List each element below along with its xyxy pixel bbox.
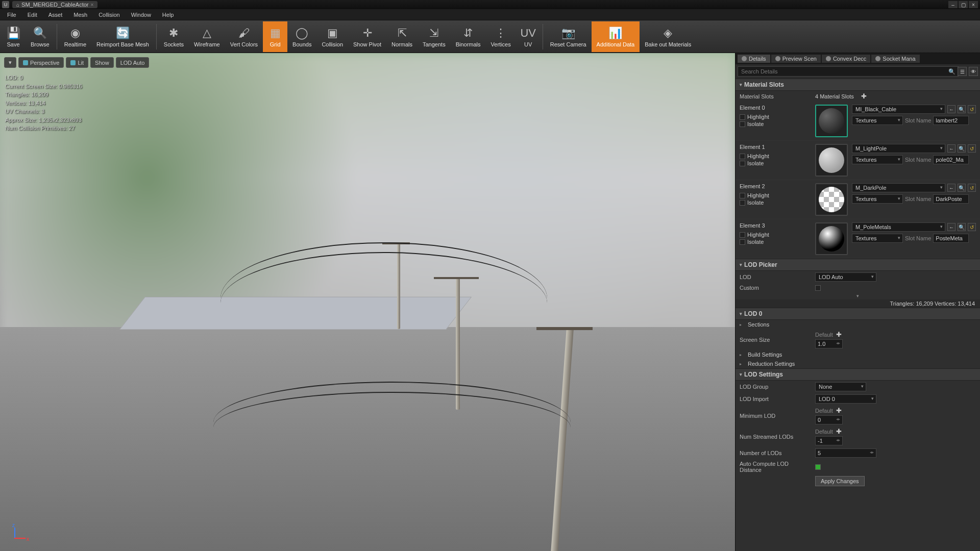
reduction-settings-row[interactable]: ▸Reduction Settings: [736, 359, 980, 368]
num-streamed-input[interactable]: -1: [815, 436, 843, 445]
maximize-button[interactable]: ▢: [959, 1, 968, 8]
material-name-dropdown[interactable]: M_LightPole: [852, 144, 945, 153]
slot-name-input[interactable]: [933, 234, 969, 243]
section-lod-settings[interactable]: LOD Settings: [736, 368, 980, 381]
material-thumbnail[interactable]: [815, 105, 848, 137]
textures-dropdown[interactable]: Textures: [852, 234, 903, 243]
close-window-button[interactable]: ×: [969, 1, 978, 8]
textures-dropdown[interactable]: Textures: [852, 194, 903, 204]
reset-icon[interactable]: ↺: [968, 223, 976, 231]
section-lod0[interactable]: LOD 0: [736, 308, 980, 320]
slot-name-input[interactable]: [933, 116, 969, 125]
tool-wireframe[interactable]: △Wireframe: [189, 21, 225, 52]
tool-vertices[interactable]: ⋮Vertices: [486, 21, 516, 52]
textures-dropdown[interactable]: Textures: [852, 116, 903, 125]
isolate-checkbox[interactable]: [740, 121, 745, 127]
viewport-menu-button[interactable]: ▾: [4, 57, 16, 68]
find-icon[interactable]: 🔍: [958, 105, 966, 113]
menu-help[interactable]: Help: [157, 11, 179, 19]
highlight-checkbox[interactable]: [740, 154, 745, 159]
expand-icon[interactable]: ▾: [736, 292, 980, 299]
tool-grid[interactable]: ▦Grid: [263, 21, 287, 52]
add-material-icon[interactable]: ✚: [861, 92, 867, 100]
search-input[interactable]: [738, 66, 959, 77]
eye-button[interactable]: 👁: [969, 67, 978, 76]
tab-socket-mana[interactable]: Socket Mana: [871, 55, 919, 63]
section-lod-picker[interactable]: LOD Picker: [736, 259, 980, 271]
tool-realtime[interactable]: ◉Realtime: [59, 21, 91, 52]
add-icon[interactable]: ✚: [836, 331, 842, 338]
sections-row[interactable]: ▸Sections: [736, 320, 980, 329]
isolate-checkbox[interactable]: [740, 239, 745, 245]
lod-group-dropdown[interactable]: None: [815, 382, 866, 391]
reset-icon[interactable]: ↺: [968, 105, 976, 113]
material-thumbnail[interactable]: [815, 222, 848, 255]
lit-button[interactable]: Lit: [66, 57, 88, 68]
tool-collision[interactable]: ▣Collision: [316, 21, 348, 52]
section-material-slots[interactable]: Material Slots: [736, 79, 980, 91]
highlight-checkbox[interactable]: [740, 193, 745, 198]
tool-normals[interactable]: ⇱Normals: [386, 21, 418, 52]
minimize-button[interactable]: –: [948, 1, 958, 8]
tab-preview-scen[interactable]: Preview Scen: [771, 55, 821, 63]
tool-reset-camera[interactable]: 📷Reset Camera: [545, 21, 592, 52]
num-lods-input[interactable]: 5: [815, 448, 876, 458]
close-tab-icon[interactable]: ×: [90, 2, 93, 8]
min-lod-input[interactable]: 0: [815, 415, 843, 424]
add-icon[interactable]: ✚: [836, 428, 842, 435]
menu-mesh[interactable]: Mesh: [68, 11, 92, 19]
tool-tangents[interactable]: ⇲Tangents: [418, 21, 451, 52]
viewport[interactable]: ▾ Perspective Lit Show LOD Auto LOD: 0Cu…: [0, 53, 735, 551]
document-tab[interactable]: ⌂ SM_MERGED_CableActor ×: [12, 1, 97, 8]
custom-checkbox[interactable]: [815, 285, 821, 291]
menu-edit[interactable]: Edit: [22, 11, 42, 19]
tool-reimport-base-mesh[interactable]: 🔄Reimport Base Mesh: [91, 21, 154, 52]
perspective-button[interactable]: Perspective: [18, 57, 64, 68]
material-name-dropdown[interactable]: M_PoleMetals: [852, 222, 945, 232]
add-icon[interactable]: ✚: [836, 407, 842, 414]
material-name-dropdown[interactable]: M_DarkPole: [852, 183, 945, 192]
tab-convex-decc[interactable]: Convex Decc: [822, 55, 870, 63]
isolate-checkbox[interactable]: [740, 200, 745, 206]
tool-browse[interactable]: 🔍Browse: [26, 21, 55, 52]
slot-name-input[interactable]: [933, 194, 969, 204]
tool-save[interactable]: 💾Save: [1, 21, 26, 52]
auto-compute-checkbox[interactable]: [815, 464, 821, 470]
browse-back-icon[interactable]: ←: [947, 144, 955, 153]
show-button[interactable]: Show: [90, 57, 114, 68]
material-name-dropdown[interactable]: MI_Black_Cable: [852, 105, 945, 114]
apply-changes-button[interactable]: Apply Changes: [815, 476, 865, 486]
menu-collision[interactable]: Collision: [93, 11, 125, 19]
tool-bounds[interactable]: ◯Bounds: [287, 21, 316, 52]
slot-name-input[interactable]: [933, 155, 969, 164]
tool-binormals[interactable]: ⇵Binormals: [451, 21, 486, 52]
tool-uv[interactable]: UVUV: [516, 21, 541, 52]
tool-sockets[interactable]: ✱Sockets: [159, 21, 189, 52]
isolate-checkbox[interactable]: [740, 161, 745, 166]
filter-button[interactable]: ☰: [958, 67, 967, 76]
tool-show-pivot[interactable]: ✛Show Pivot: [348, 21, 386, 52]
browse-back-icon[interactable]: ←: [947, 184, 955, 192]
textures-dropdown[interactable]: Textures: [852, 155, 903, 164]
menu-window[interactable]: Window: [126, 11, 156, 19]
highlight-checkbox[interactable]: [740, 114, 745, 120]
tool-vert-colors[interactable]: 🖌Vert Colors: [225, 21, 263, 52]
find-icon[interactable]: 🔍: [958, 223, 966, 231]
reset-icon[interactable]: ↺: [968, 184, 976, 192]
highlight-checkbox[interactable]: [740, 232, 745, 238]
menu-file[interactable]: File: [2, 11, 21, 19]
find-icon[interactable]: 🔍: [958, 184, 966, 192]
browse-back-icon[interactable]: ←: [947, 105, 955, 113]
find-icon[interactable]: 🔍: [958, 144, 966, 153]
tool-additional-data[interactable]: 📊Additional Data: [592, 21, 640, 52]
reset-icon[interactable]: ↺: [968, 144, 976, 153]
lod-import-dropdown[interactable]: LOD 0: [815, 394, 876, 404]
material-thumbnail[interactable]: [815, 183, 848, 216]
tool-bake-out-materials[interactable]: ◈Bake out Materials: [640, 21, 696, 52]
lod-auto-button[interactable]: LOD Auto: [116, 57, 150, 68]
tab-details[interactable]: Details: [738, 55, 770, 63]
browse-back-icon[interactable]: ←: [947, 223, 955, 231]
material-thumbnail[interactable]: [815, 144, 848, 177]
lod-dropdown[interactable]: LOD Auto: [815, 272, 876, 282]
menu-asset[interactable]: Asset: [43, 11, 68, 19]
